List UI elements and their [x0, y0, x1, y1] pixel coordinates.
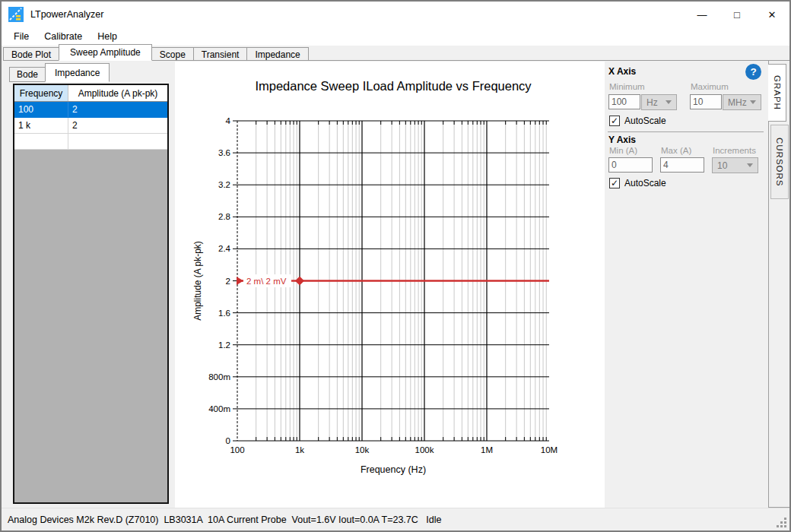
status-text: Analog Devices M2k Rev.D (Z7010) LB3031A…	[8, 515, 441, 525]
y-axis-section-title: Y Axis	[608, 135, 636, 145]
cell-frequency[interactable]: 1 k	[14, 118, 68, 133]
y-autoscale-label: AutoScale	[624, 178, 666, 188]
svg-text:10M: 10M	[541, 445, 558, 454]
chevron-down-icon	[666, 100, 672, 104]
x-axis-section-title: X Axis	[608, 66, 636, 77]
window-controls: — □ ✕	[685, 2, 789, 27]
x-minimum-unit-select[interactable]: Hz	[641, 94, 677, 110]
cell-amplitude[interactable]: 2	[68, 118, 167, 133]
series-iload: 2 m\ 2 mV	[237, 274, 549, 287]
title-bar: LTpowerAnalyzer — □ ✕	[2, 2, 789, 27]
svg-text:100k: 100k	[415, 445, 434, 454]
y-increments-select[interactable]: 10	[712, 157, 758, 173]
sub-tab-strip: BodeImpedance	[9, 62, 109, 82]
close-button[interactable]: ✕	[754, 2, 789, 27]
chevron-down-icon	[750, 100, 756, 104]
main-tab-strip: Bode PlotSweep AmplitudeScopeTransientIm…	[3, 45, 789, 61]
svg-text:400m: 400m	[208, 404, 230, 413]
svg-text:3.2: 3.2	[218, 180, 230, 189]
y-axis-title: Amplitude (A pk-pk)	[192, 241, 203, 321]
svg-text:0: 0	[226, 436, 230, 445]
axis-settings-panel: X Axis ? Minimum Maximum Hz MHz ✓ AutoSc…	[606, 61, 768, 508]
x-maximum-label: Maximum	[691, 82, 729, 91]
side-tab-graph[interactable]: GRAPH	[768, 64, 786, 122]
y-min-label: Min (A)	[609, 146, 637, 155]
subtab-bode[interactable]: Bode	[9, 67, 46, 82]
menu-help[interactable]: Help	[90, 29, 125, 44]
svg-text:100: 100	[230, 445, 244, 454]
y-increments-label: Increments	[713, 146, 756, 155]
table-rows: 10021 k2	[14, 102, 167, 150]
chart-title: Impedance Sweep ILoad Amplitude vs Frequ…	[255, 79, 532, 93]
svg-text:2: 2	[226, 277, 230, 286]
minimize-button[interactable]: —	[685, 2, 720, 27]
x-maximum-unit-value: MHz	[728, 97, 747, 108]
series-annotation: 2 m\ 2 mV	[246, 277, 287, 286]
svg-text:1.2: 1.2	[218, 340, 230, 350]
series-start-marker	[237, 277, 243, 285]
x-minimum-input[interactable]	[608, 94, 640, 109]
svg-text:2.8: 2.8	[218, 212, 230, 221]
window-title: LTpowerAnalyzer	[30, 9, 103, 20]
column-header-frequency[interactable]: Frequency	[14, 85, 68, 101]
content-area: BodeImpedance FrequencyAmplitude (A pk-p…	[2, 61, 789, 508]
cell-frequency[interactable]	[14, 134, 68, 149]
column-header-amplitude-a-pk-pk[interactable]: Amplitude (A pk-pk)	[68, 85, 167, 101]
y-increments-value: 10	[717, 160, 727, 171]
impedance-chart[interactable]: 0400m800m1.21.622.42.83.23.641001k10k100…	[175, 62, 605, 508]
table-header: FrequencyAmplitude (A pk-pk)	[14, 85, 167, 102]
menu-bar: FileCalibrateHelp	[2, 27, 789, 46]
section-divider	[608, 131, 764, 132]
tab-transient[interactable]: Transient	[193, 47, 248, 60]
x-minimum-unit-value: Hz	[646, 97, 658, 108]
side-tab-cursors[interactable]: CURSORS	[770, 125, 789, 199]
help-icon[interactable]: ?	[745, 64, 761, 80]
chevron-down-icon	[747, 163, 753, 167]
svg-text:1M: 1M	[481, 445, 493, 454]
x-autoscale-label: AutoScale	[624, 116, 666, 126]
subtab-impedance[interactable]: Impedance	[45, 63, 110, 82]
tab-bode-plot[interactable]: Bode Plot	[3, 47, 59, 60]
table-row[interactable]	[14, 134, 167, 150]
menu-calibrate[interactable]: Calibrate	[37, 29, 90, 44]
y-min-input[interactable]	[608, 157, 653, 173]
tab-scope[interactable]: Scope	[151, 47, 194, 60]
cell-frequency[interactable]: 100	[14, 102, 68, 117]
table-row[interactable]: 1002	[14, 102, 167, 118]
tab-sweep-amplitude[interactable]: Sweep Amplitude	[59, 44, 152, 61]
maximize-button[interactable]: □	[720, 2, 754, 27]
x-maximum-input[interactable]	[690, 94, 722, 109]
y-max-input[interactable]	[660, 157, 704, 173]
svg-text:10k: 10k	[355, 445, 370, 454]
y-autoscale-checkbox[interactable]: ✓ AutoScale	[609, 178, 666, 188]
x-autoscale-checkbox[interactable]: ✓ AutoScale	[609, 116, 666, 126]
menu-file[interactable]: File	[6, 29, 37, 44]
frequency-table: FrequencyAmplitude (A pk-pk) 10021 k2	[13, 84, 169, 504]
x-minimum-label: Minimum	[609, 82, 645, 91]
svg-text:4: 4	[226, 116, 231, 125]
cell-amplitude[interactable]	[68, 134, 167, 149]
svg-text:1k: 1k	[295, 445, 304, 454]
table-row[interactable]: 1 k2	[14, 118, 167, 134]
help-icon-glyph: ?	[750, 66, 756, 78]
status-bar: Analog Devices M2k Rev.D (Z7010) LB3031A…	[2, 508, 789, 530]
app-icon	[8, 7, 24, 22]
x-maximum-unit-select[interactable]: MHz	[723, 94, 761, 110]
cell-amplitude[interactable]: 2	[68, 102, 167, 117]
svg-text:3.6: 3.6	[218, 148, 230, 157]
svg-text:800m: 800m	[208, 372, 230, 382]
y-max-label: Max (A)	[661, 146, 691, 155]
checkbox-check-icon: ✓	[609, 178, 620, 188]
svg-text:2.4: 2.4	[218, 244, 231, 253]
resize-grip-icon[interactable]	[777, 518, 786, 527]
x-axis-title: Frequency (Hz)	[361, 464, 426, 475]
checkbox-check-icon: ✓	[609, 116, 620, 126]
app-window: LTpowerAnalyzer — □ ✕ FileCalibrateHelp …	[0, 0, 791, 532]
chart-area: 0400m800m1.21.622.42.83.23.641001k10k100…	[175, 62, 605, 508]
svg-text:1.6: 1.6	[218, 309, 230, 318]
side-tab-strip: GRAPHCURSORS	[768, 61, 789, 508]
tab-impedance[interactable]: Impedance	[246, 47, 308, 60]
